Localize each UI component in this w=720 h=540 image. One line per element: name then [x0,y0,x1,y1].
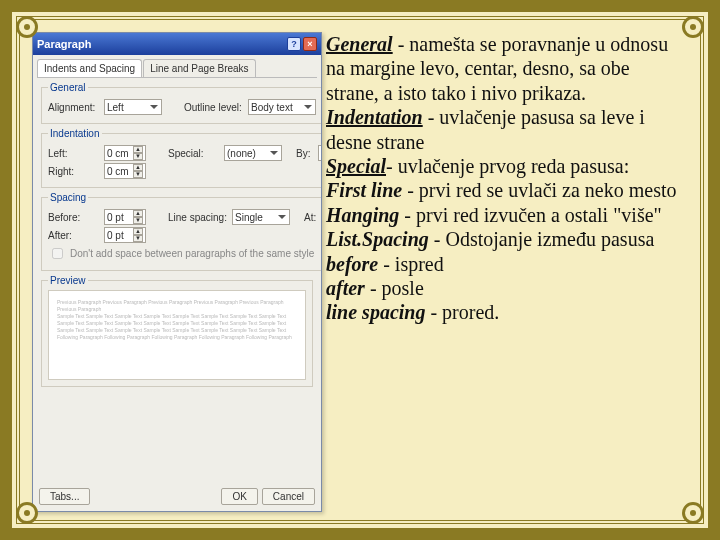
before-spinner[interactable]: 0 pt ▲▼ [104,209,146,225]
checkbox-icon [52,248,63,259]
preview-legend: Preview [48,275,88,286]
desc-special: - uvlačenje prvog reda pasusa: [386,155,629,177]
by-spinner[interactable]: ▲▼ [318,145,321,161]
special-label: Special: [168,148,220,159]
desc-before: - ispred [378,253,444,275]
chevron-down-icon [303,102,313,112]
term-linespacing: line spacing [326,301,425,323]
indent-legend: Indentation [48,128,102,139]
dialog-button-bar: Tabs... OK Cancel [33,482,321,511]
desc-firstline: - prvi red se uvlači za neko mesto [402,179,676,201]
spacing-group: Spacing Before: 0 pt ▲▼ Line spacing: Si… [41,192,321,271]
notes-text: General - namešta se poravnanje u odnosu… [326,32,688,508]
left-label: Left: [48,148,100,159]
chevron-down-icon [277,212,287,222]
tab-line-page-breaks[interactable]: Line and Page Breaks [143,59,255,77]
term-after: after [326,277,365,299]
spinner-arrows-icon: ▲▼ [133,228,143,242]
outline-value: Body text [251,102,293,113]
right-label: Right: [48,166,100,177]
special-value: (none) [227,148,256,159]
after-value: 0 pt [107,230,124,241]
before-label: Before: [48,212,100,223]
dialog-titlebar[interactable]: Paragraph ? × [33,33,321,55]
right-spinner[interactable]: 0 cm ▲▼ [104,163,146,179]
spacing-legend: Spacing [48,192,88,203]
desc-linespacing: - prored. [425,301,499,323]
same-style-checkbox[interactable]: Don't add space between paragraphs of th… [48,245,321,262]
corner-ornament [16,502,38,524]
special-select[interactable]: (none) [224,145,282,161]
linespacing-select[interactable]: Single [232,209,290,225]
right-value: 0 cm [107,166,129,177]
dialog-body: General Alignment: Left Outline level: B… [33,78,321,482]
close-icon[interactable]: × [303,37,317,51]
cancel-button[interactable]: Cancel [262,488,315,505]
outline-label: Outline level: [184,102,244,113]
outline-select[interactable]: Body text [248,99,316,115]
spinner-arrows-icon: ▲▼ [133,164,143,178]
desc-after: - posle [365,277,424,299]
at-label: At: [304,212,321,223]
paragraph-dialog: Paragraph ? × Indents and Spacing Line a… [32,32,322,512]
help-icon[interactable]: ? [287,37,301,51]
general-group: General Alignment: Left Outline level: B… [41,82,321,124]
spinner-arrows-icon: ▲▼ [133,210,143,224]
term-general: General [326,33,393,55]
desc-listspacing: - Odstojanje između pasusa [429,228,655,250]
chevron-down-icon [269,148,279,158]
indentation-group: Indentation Left: 0 cm ▲▼ Special: (none… [41,128,321,188]
ok-button[interactable]: OK [221,488,257,505]
corner-ornament [682,502,704,524]
linespacing-label: Line spacing: [168,212,228,223]
term-before: before [326,253,378,275]
alignment-select[interactable]: Left [104,99,162,115]
desc-hanging: - prvi red izvučen a ostali "više" [399,204,661,226]
alignment-label: Alignment: [48,102,100,113]
tabs-button[interactable]: Tabs... [39,488,90,505]
term-firstline: First line [326,179,402,201]
chevron-down-icon [149,102,159,112]
preview-group: Preview Previous Paragraph Previous Para… [41,275,313,387]
tab-indents-spacing[interactable]: Indents and Spacing [37,59,142,77]
linespacing-value: Single [235,212,263,223]
dialog-title: Paragraph [37,38,91,50]
checkbox-label: Don't add space between paragraphs of th… [70,248,314,259]
spinner-arrows-icon: ▲▼ [133,146,143,160]
left-value: 0 cm [107,148,129,159]
term-indentation: Indentation [326,106,423,128]
term-listspacing: List.Spacing [326,228,429,250]
general-legend: General [48,82,88,93]
by-label: By: [296,148,314,159]
term-special: Special [326,155,386,177]
after-spinner[interactable]: 0 pt ▲▼ [104,227,146,243]
left-spinner[interactable]: 0 cm ▲▼ [104,145,146,161]
after-label: After: [48,230,100,241]
corner-ornament [16,16,38,38]
slide-frame: Paragraph ? × Indents and Spacing Line a… [0,0,720,540]
before-value: 0 pt [107,212,124,223]
term-hanging: Hanging [326,204,399,226]
slide-content: Paragraph ? × Indents and Spacing Line a… [20,20,700,520]
corner-ornament [682,16,704,38]
preview-box: Previous Paragraph Previous Paragraph Pr… [48,290,306,380]
dialog-tabs: Indents and Spacing Line and Page Breaks [37,59,317,78]
alignment-value: Left [107,102,124,113]
